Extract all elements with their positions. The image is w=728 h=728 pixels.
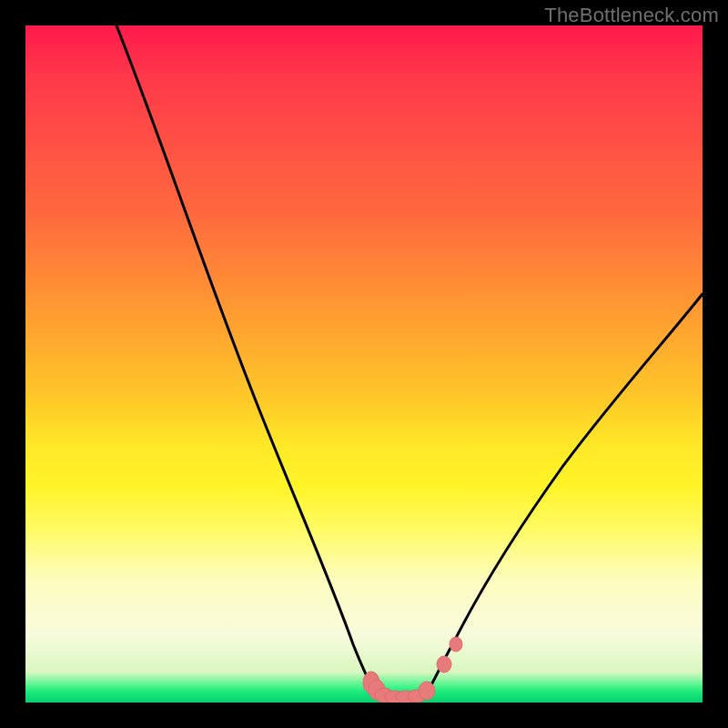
marker-group xyxy=(363,637,462,703)
marker-point xyxy=(419,682,435,700)
marker-point xyxy=(437,656,451,672)
plot-area xyxy=(25,25,703,703)
bottleneck-curve xyxy=(25,25,703,703)
left-curve xyxy=(116,25,375,690)
watermark-text: TheBottleneck.com xyxy=(544,4,719,27)
marker-point xyxy=(450,637,462,652)
chart-frame: TheBottleneck.com xyxy=(0,0,728,728)
right-curve xyxy=(429,294,703,690)
